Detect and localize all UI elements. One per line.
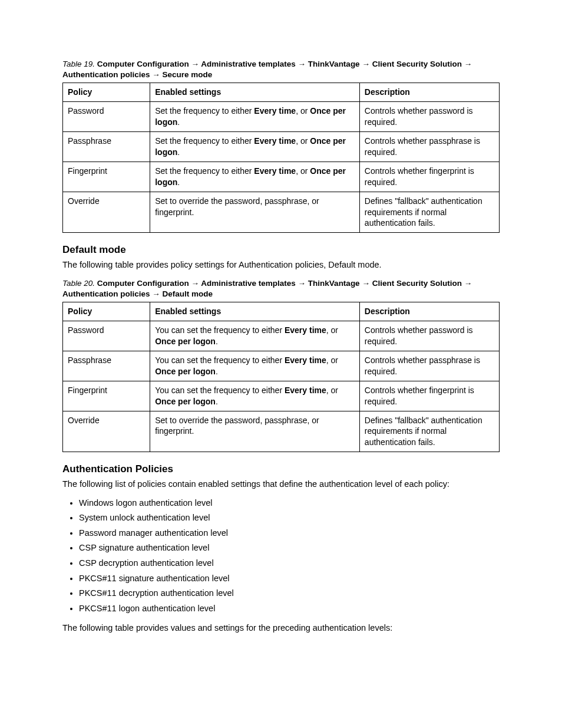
th-description: Description — [359, 302, 499, 321]
table19-caption: Table 19. Computer Configuration → Admin… — [62, 59, 500, 80]
table-row: Fingerprint Set the frequency to either … — [63, 162, 500, 192]
cell-policy: Password — [63, 102, 150, 132]
list-item: Password manager authentication level — [79, 528, 500, 539]
table19-caption-path: Computer Configuration → Administrative … — [62, 60, 472, 79]
list-item: PKCS#11 logon authentication level — [79, 603, 500, 615]
heading-auth-policies: Authentication Policies — [62, 463, 500, 476]
list-item: CSP decryption authentication level — [79, 558, 500, 569]
table20-caption-path: Computer Configuration → Administrative … — [62, 279, 472, 298]
list-item: PKCS#11 decryption authentication level — [79, 588, 500, 599]
cell-desc: Controls whether passphrase is required. — [359, 132, 499, 162]
cell-settings: Set to override the password, passphrase… — [150, 192, 360, 233]
table-row: Override Set to override the password, p… — [63, 411, 500, 452]
cell-desc: Controls whether passphrase is required. — [359, 351, 499, 381]
heading-default-mode: Default mode — [62, 243, 500, 257]
table-row: Passphrase Set the frequency to either E… — [63, 132, 500, 162]
th-policy: Policy — [63, 302, 150, 321]
list-item: PKCS#11 signature authentication level — [79, 573, 500, 585]
table20: Policy Enabled settings Description Pass… — [62, 302, 500, 452]
table20-caption-prefix: Table 20. — [62, 279, 95, 288]
list-item: System unlock authentication level — [79, 512, 500, 524]
table-header-row: Policy Enabled settings Description — [63, 83, 500, 102]
cell-desc: Defines "fallback" authentication requir… — [359, 192, 499, 233]
cell-settings: You can set the frequency to either Ever… — [150, 381, 360, 411]
table-row: Override Set to override the password, p… — [63, 192, 500, 233]
th-policy: Policy — [63, 83, 150, 102]
cell-desc: Defines "fallback" authentication requir… — [359, 411, 499, 452]
cell-settings: You can set the frequency to either Ever… — [150, 321, 360, 351]
table-row: Fingerprint You can set the frequency to… — [63, 381, 500, 411]
table19-caption-prefix: Table 19. — [62, 60, 95, 68]
cell-policy: Passphrase — [63, 132, 150, 162]
cell-policy: Fingerprint — [63, 162, 150, 192]
auth-policies-outro: The following table provides values and … — [62, 622, 500, 634]
cell-settings: Set the frequency to either Every time, … — [150, 162, 360, 192]
cell-policy: Override — [63, 192, 150, 233]
th-settings: Enabled settings — [150, 302, 360, 321]
table-header-row: Policy Enabled settings Description — [63, 302, 500, 321]
cell-policy: Override — [63, 411, 150, 452]
cell-policy: Password — [63, 321, 150, 351]
cell-settings: Set to override the password, passphrase… — [150, 411, 360, 452]
table-row: Password You can set the frequency to ei… — [63, 321, 500, 351]
cell-policy: Passphrase — [63, 351, 150, 381]
cell-desc: Controls whether password is required. — [359, 321, 499, 351]
table-row: Password Set the frequency to either Eve… — [63, 102, 500, 132]
table20-caption: Table 20. Computer Configuration → Admin… — [62, 278, 500, 299]
cell-settings: You can set the frequency to either Ever… — [150, 351, 360, 381]
cell-policy: Fingerprint — [63, 381, 150, 411]
th-settings: Enabled settings — [150, 83, 360, 102]
default-mode-intro: The following table provides policy sett… — [62, 259, 500, 271]
cell-settings: Set the frequency to either Every time, … — [150, 132, 360, 162]
cell-desc: Controls whether fingerprint is required… — [359, 381, 499, 411]
auth-policies-intro: The following list of policies contain e… — [62, 479, 500, 490]
cell-desc: Controls whether fingerprint is required… — [359, 162, 499, 192]
list-item: Windows logon authentication level — [79, 498, 500, 509]
table-row: Passphrase You can set the frequency to … — [63, 351, 500, 381]
table19: Policy Enabled settings Description Pass… — [62, 83, 500, 233]
list-item: CSP signature authentication level — [79, 542, 500, 554]
cell-desc: Controls whether password is required. — [359, 102, 499, 132]
th-description: Description — [359, 83, 499, 102]
auth-policies-list: Windows logon authentication level Syste… — [62, 498, 500, 615]
cell-settings: Set the frequency to either Every time, … — [150, 102, 360, 132]
